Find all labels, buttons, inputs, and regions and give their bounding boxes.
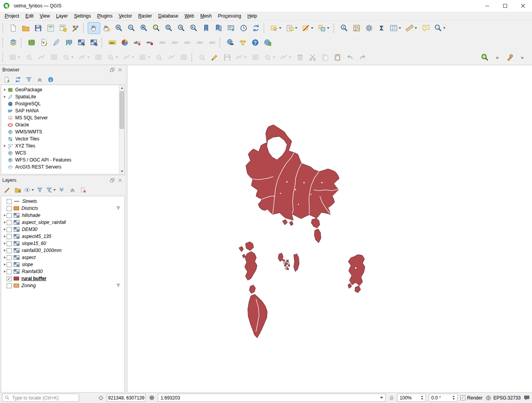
- trim-extend-button[interactable]: [178, 51, 190, 63]
- scale-combo[interactable]: 1:693203: [158, 394, 386, 402]
- manage-map-themes-dropdown-arrow[interactable]: [32, 189, 34, 191]
- close-button[interactable]: [514, 0, 532, 12]
- show-hide-labels-button[interactable]: ab: [156, 37, 168, 48]
- remove-layer-group-button[interactable]: [78, 185, 88, 195]
- statistical-summary-button[interactable]: Σ: [375, 22, 388, 34]
- new-spatialite-layer-button[interactable]: [50, 37, 63, 48]
- layer-row-rainfall30[interactable]: Rainfall30: [1, 268, 124, 275]
- fill-ring-button[interactable]: [92, 51, 105, 63]
- move-feature-button[interactable]: [7, 51, 23, 63]
- collapse-all-button[interactable]: [35, 75, 44, 84]
- messages-icon[interactable]: [523, 394, 530, 401]
- toolbar-drag-handle[interactable]: [2, 38, 5, 47]
- render-toggle[interactable]: Render: [460, 395, 483, 401]
- select-features-button[interactable]: [268, 22, 284, 34]
- browser-scrollbar[interactable]: [119, 85, 124, 174]
- select-features-by-value-button[interactable]: [284, 22, 300, 34]
- add-group-button[interactable]: [13, 185, 23, 195]
- select-features-dropdown-arrow[interactable]: [279, 27, 281, 29]
- browser-float-icon[interactable]: [109, 66, 115, 73]
- layer-row-dem30[interactable]: DEM30: [1, 226, 124, 233]
- layer-row-hillshade[interactable]: hillshade: [1, 212, 124, 219]
- measure-line-dropdown-arrow[interactable]: [415, 27, 417, 29]
- collapse-all-layers-button[interactable]: [67, 185, 77, 195]
- open-field-calculator-button[interactable]: [350, 22, 363, 34]
- refresh-browser-button[interactable]: [13, 75, 23, 84]
- layer-checkbox-zoning[interactable]: [7, 283, 12, 288]
- select-features-by-value-dropdown-arrow[interactable]: [295, 27, 297, 29]
- deselect-features-dropdown-arrow[interactable]: [311, 27, 313, 29]
- zoom-to-selection-button[interactable]: [150, 22, 163, 34]
- split-features-button[interactable]: [137, 51, 153, 63]
- filter-legend-by-expression-dropdown-arrow[interactable]: [53, 189, 56, 191]
- layer-row-slope[interactable]: slope: [1, 261, 124, 268]
- scrollbar-thumb[interactable]: [120, 91, 124, 129]
- multiedit-attributes-dropdown-arrow[interactable]: [289, 57, 291, 58]
- zoom-out-button[interactable]: [125, 22, 138, 34]
- browser-item-postgresql[interactable]: PostgreSQL: [1, 100, 119, 107]
- multiedit-attributes-button[interactable]: [278, 51, 294, 63]
- layer-checkbox-hillshade[interactable]: [7, 213, 12, 218]
- browser-item-wfs-ogc-api-features[interactable]: WFS / OGC API - Features: [1, 156, 119, 163]
- browser-item-wms-wmts[interactable]: WMS/WMTS: [1, 128, 119, 135]
- select-by-location-button[interactable]: [316, 22, 332, 34]
- layer-checkbox-aspect45-135[interactable]: [7, 234, 12, 239]
- menu-mesh[interactable]: Mesh: [197, 12, 215, 20]
- layer-checkbox-aspect-slope-rainfall[interactable]: [7, 220, 12, 225]
- layer-checkbox-rainfall30[interactable]: [7, 269, 12, 274]
- zoom-to-feature-dropdown-arrow[interactable]: [443, 27, 445, 29]
- menu-processing[interactable]: Processing: [215, 12, 244, 20]
- add-raster-layer-button[interactable]: V: [75, 37, 88, 48]
- layers-close-icon[interactable]: [117, 177, 123, 183]
- layer-checkbox-slope[interactable]: [7, 262, 12, 267]
- layer-row-slope15-60[interactable]: slope15_60: [1, 240, 124, 247]
- toolbar-drag-handle[interactable]: [2, 53, 5, 62]
- rotate-label-button[interactable]: ab: [181, 37, 193, 48]
- zoom-in-button[interactable]: [113, 22, 125, 34]
- paste-features-button[interactable]: [331, 51, 344, 63]
- zoom-full-extent-button[interactable]: [138, 22, 150, 34]
- new-project-button[interactable]: [7, 22, 19, 34]
- layer-checkbox-dem30[interactable]: [7, 227, 12, 232]
- metasearch-button[interactable]: [224, 37, 237, 48]
- deselect-features-button[interactable]: [300, 22, 316, 34]
- osm-place-search-button[interactable]: [237, 37, 249, 48]
- zoom-to-layer-button[interactable]: [163, 22, 175, 34]
- digitize-with-segment-dropdown-arrow[interactable]: [244, 57, 247, 58]
- open-attribute-table-button[interactable]: [388, 22, 404, 34]
- add-ring-dropdown-arrow[interactable]: [71, 57, 74, 58]
- layer-checkbox-aspect[interactable]: [7, 255, 12, 260]
- rotation-spinbox[interactable]: 0.0 °: [429, 394, 458, 402]
- lock-scale-icon[interactable]: [389, 395, 394, 401]
- filter-legend-by-expression-button[interactable]: ε: [46, 185, 55, 195]
- extents-toggle-icon[interactable]: [148, 394, 155, 401]
- crs-status-button[interactable]: EPSG:32733: [485, 395, 521, 401]
- browser-close-icon[interactable]: [117, 66, 123, 73]
- pin-unpin-labels-button[interactable]: abc: [143, 37, 156, 48]
- rotate-feature-button[interactable]: [35, 51, 48, 63]
- expand-all-button[interactable]: [57, 185, 66, 195]
- copy-features-button[interactable]: [319, 51, 331, 63]
- magnifier-spinner-icon[interactable]: [421, 396, 423, 400]
- save-layer-edits-button[interactable]: [221, 51, 233, 63]
- new-shapefile-layer-button[interactable]: V: [38, 37, 50, 48]
- offset-curve-button[interactable]: [105, 51, 121, 63]
- menu-view[interactable]: View: [37, 12, 53, 20]
- plugin-globe-button[interactable]: [262, 37, 274, 48]
- scroll-down-icon[interactable]: [119, 169, 124, 174]
- identify-features-button[interactable]: i: [338, 22, 350, 34]
- coordinate-display[interactable]: 921348, 6307139: [107, 394, 146, 402]
- reshape-features-dropdown-arrow[interactable]: [132, 57, 134, 58]
- new-spatial-bookmark-button[interactable]: [200, 22, 212, 34]
- menu-project[interactable]: Project: [2, 12, 22, 20]
- layer-row-zoning[interactable]: Zoning: [1, 282, 124, 289]
- browser-item-geopackage[interactable]: GeoPackage: [1, 86, 119, 93]
- measure-line-button[interactable]: [404, 22, 420, 34]
- layer-row-aspect45-135[interactable]: aspect45_135: [1, 233, 124, 240]
- change-label-properties-button[interactable]: ab: [193, 37, 206, 48]
- browser-item-oracle[interactable]: Oracle: [1, 121, 119, 128]
- new-map-view-button[interactable]: [225, 22, 237, 34]
- browser-item-arcgis-rest-servers[interactable]: ArcGIS REST Servers: [1, 163, 119, 170]
- simplify-feature-button[interactable]: [48, 51, 60, 63]
- pan-map-button[interactable]: [88, 22, 100, 34]
